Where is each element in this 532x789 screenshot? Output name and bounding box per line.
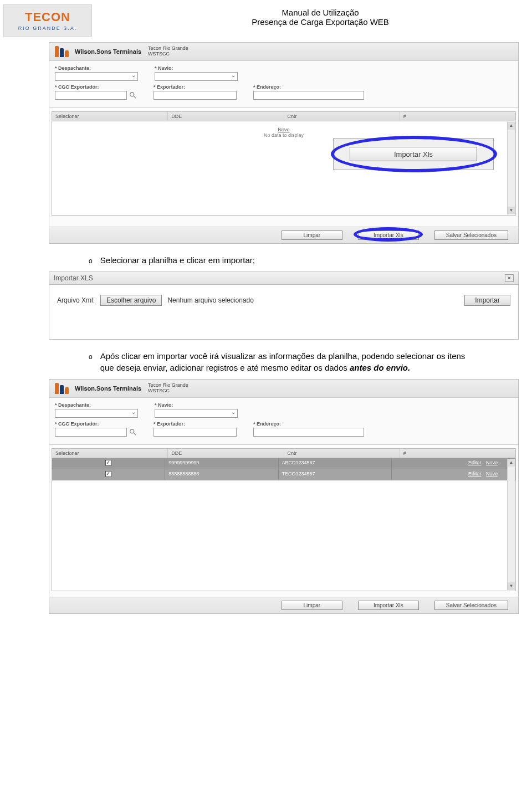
title-line-2: Presença de Carga Exportação WEB — [109, 17, 532, 27]
exportador-label: * Exportador: — [154, 84, 237, 90]
instruction-1-text: Selecionar a planilha e clicar em import… — [100, 255, 255, 266]
col-dde[interactable]: DDE — [168, 449, 284, 458]
dialog-title: Importar XLS — [54, 274, 93, 282]
editar-link[interactable]: Editar — [468, 460, 482, 465]
svg-line-1 — [134, 96, 136, 98]
app-subtitle: Tecon Rio Grande WSTSCC — [148, 383, 188, 394]
bullet-icon: o — [89, 351, 93, 373]
salvar-button[interactable]: Salvar Selecionados — [434, 230, 508, 240]
scroll-down-icon[interactable]: ▼ — [508, 207, 515, 214]
instruction-2-text: Após clicar em importar você irá visuali… — [100, 351, 466, 373]
cell-dde: 99999999999 — [165, 458, 278, 469]
col-hash[interactable]: # — [400, 449, 515, 458]
navio-label: * Navio: — [155, 65, 238, 71]
footer-buttons: Limpar Importar Xls Salvar Selecionados — [49, 597, 518, 613]
scroll-up-icon[interactable]: ▲ — [508, 122, 515, 130]
app-subtitle: Tecon Rio Grande WSTSCC — [148, 46, 188, 57]
limpar-button[interactable]: Limpar — [282, 230, 342, 240]
col-selecionar[interactable]: Selecionar — [52, 449, 168, 458]
novo-link[interactable]: Novo — [486, 471, 498, 477]
close-icon[interactable]: ✕ — [505, 274, 514, 282]
col-selecionar[interactable]: Selecionar — [52, 112, 168, 121]
title-line-1: Manual de Utilização — [109, 8, 532, 17]
grid-header: Selecionar DDE Cntr # — [52, 111, 516, 121]
col-hash[interactable]: # — [400, 112, 515, 121]
svg-point-2 — [130, 429, 134, 433]
navio-select[interactable] — [155, 409, 238, 418]
grid-scrollbar[interactable]: ▲ ▼ — [507, 459, 515, 590]
no-data-text: No data to display — [264, 132, 304, 138]
screenshot-import-dialog: Importar XLS ✕ Arquivo Xml: Escolher arq… — [49, 271, 519, 340]
dialog-titlebar: Importar XLS ✕ — [49, 272, 518, 285]
limpar-button[interactable]: Limpar — [282, 601, 342, 610]
grid-empty: Novo No data to display — [52, 121, 515, 138]
table-row[interactable]: 88888888888 TECO1234567 Editar Novo — [52, 469, 515, 480]
endereco-label: * Endereço: — [253, 421, 364, 427]
despachante-select[interactable] — [55, 72, 138, 81]
annotation-circle-small-icon — [354, 227, 423, 242]
screenshot-form-filled: Wilson.Sons Terminais Tecon Rio Grande W… — [49, 379, 519, 614]
search-icon[interactable] — [129, 428, 137, 436]
cgc-input[interactable] — [55, 91, 127, 100]
salvar-button[interactable]: Salvar Selecionados — [434, 601, 508, 610]
svg-point-0 — [130, 93, 134, 96]
editar-link[interactable]: Editar — [468, 471, 482, 477]
row-checkbox[interactable] — [105, 460, 111, 466]
logo-sub: RIO GRANDE S.A. — [18, 25, 78, 31]
exportador-input[interactable] — [154, 91, 237, 100]
col-cntr[interactable]: Cntr — [284, 449, 400, 458]
cgc-input[interactable] — [55, 428, 127, 437]
novo-link[interactable]: Novo — [486, 460, 498, 465]
despachante-select[interactable] — [55, 409, 138, 418]
exportador-input[interactable] — [154, 428, 237, 437]
svg-line-3 — [134, 433, 136, 435]
tecon-logo: TECON RIO GRANDE S.A. — [3, 4, 92, 37]
grid-body-empty: Novo No data to display ▲ ▼ — [52, 121, 516, 216]
wilson-sons-logo-icon — [55, 383, 70, 394]
despachante-label: * Despachante: — [55, 65, 138, 71]
scroll-down-icon[interactable]: ▼ — [508, 582, 515, 590]
scroll-up-icon[interactable]: ▲ — [508, 459, 515, 467]
navio-select[interactable] — [155, 72, 238, 81]
endereco-input[interactable] — [253, 91, 364, 100]
despachante-label: * Despachante: — [55, 402, 138, 408]
arquivo-label: Arquivo Xml: — [57, 296, 95, 304]
row-checkbox[interactable] — [105, 471, 111, 477]
cell-cntr: TECO1234567 — [279, 469, 392, 480]
logo-main: TECON — [25, 10, 70, 24]
grid-header: Selecionar DDE Cntr # — [52, 448, 516, 458]
bullet-icon: o — [89, 255, 93, 266]
no-file-text: Nenhum arquivo selecionado — [167, 296, 253, 304]
filter-form: * Despachante: * Navio: * CGC Exportador… — [49, 398, 518, 445]
search-icon[interactable] — [129, 91, 137, 99]
page-header: TECON RIO GRANDE S.A. Manual de Utilizaç… — [0, 0, 532, 42]
screenshot-form-empty: Wilson.Sons Terminais Tecon Rio Grande W… — [49, 42, 519, 244]
cgc-label: * CGC Exportador: — [55, 421, 137, 427]
app-brand: Wilson.Sons Terminais — [75, 385, 141, 392]
cgc-label: * CGC Exportador: — [55, 84, 137, 90]
instruction-1: o Selecionar a planilha e clicar em impo… — [89, 255, 466, 266]
app-brand: Wilson.Sons Terminais — [75, 48, 141, 55]
endereco-input[interactable] — [253, 428, 364, 437]
novo-link[interactable]: Novo — [278, 127, 289, 132]
col-dde[interactable]: DDE — [168, 112, 284, 121]
cell-dde: 88888888888 — [165, 469, 278, 480]
grid-body-filled: 99999999999 ABCD1234567 Editar Novo 8888… — [52, 458, 516, 591]
exportador-label: * Exportador: — [154, 421, 237, 427]
footer-buttons: Limpar Importar Xls Salvar Selecionados — [49, 227, 518, 243]
navio-label: * Navio: — [155, 402, 238, 408]
importar-button[interactable]: Importar — [464, 295, 510, 306]
choose-file-button[interactable]: Escolher arquivo — [100, 295, 162, 306]
endereco-label: * Endereço: — [253, 84, 364, 90]
importar-xls-button[interactable]: Importar Xls — [358, 601, 419, 610]
page-title: Manual de Utilização Presença de Carga E… — [109, 4, 532, 27]
cell-cntr: ABCD1234567 — [279, 458, 392, 469]
grid-scrollbar[interactable]: ▲ ▼ — [507, 122, 515, 214]
col-cntr[interactable]: Cntr — [284, 112, 400, 121]
instruction-2: o Após clicar em importar você irá visua… — [89, 351, 466, 373]
table-row[interactable]: 99999999999 ABCD1234567 Editar Novo — [52, 458, 515, 469]
app-header: Wilson.Sons Terminais Tecon Rio Grande W… — [49, 380, 518, 398]
wilson-sons-logo-icon — [55, 46, 70, 57]
filter-form: * Despachante: * Navio: * CGC Exportador… — [49, 61, 518, 108]
app-header: Wilson.Sons Terminais Tecon Rio Grande W… — [49, 43, 518, 61]
